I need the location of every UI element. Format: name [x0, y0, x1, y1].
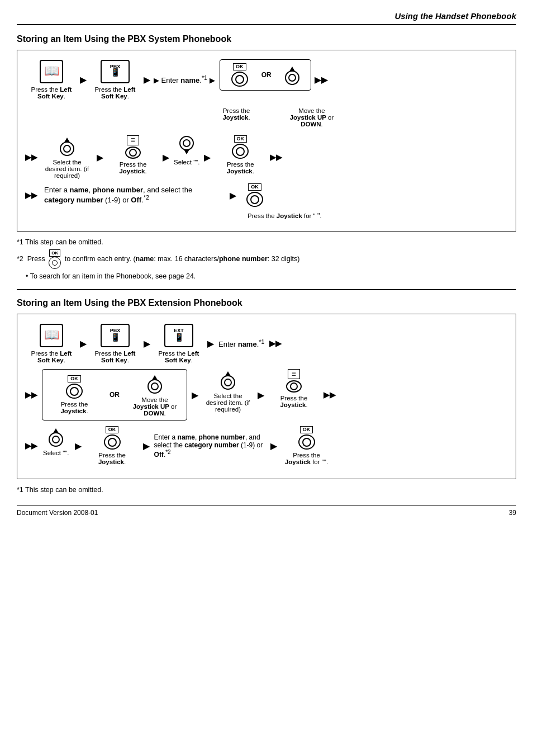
svg-text:📖: 📖 [44, 327, 60, 342]
section1-diagram: 📖 Press the Left Soft Key. ▶ PBX 📱 Press… [17, 50, 516, 231]
s2-ok-row3: OK Press the Joystick. [87, 426, 137, 465]
section2-footnotes: *1 This step can be omitted. [17, 486, 516, 494]
s2-menu-icon: ☰ Press the Joystick. [269, 369, 319, 408]
footnote2: *2 Press OK to confirm each entry. (name… [17, 249, 516, 269]
s2-bracket: OK Press the Joystick. OR Move the Joyst… [42, 369, 187, 420]
s2-row1: 📖 Press the Left Soft Key. ▶ PBX 📱 Press… [24, 323, 509, 363]
flow-row-1: 📖 Press the Left Soft Key. ▶ PBX 📱 Press… [24, 59, 509, 100]
step-phonebook-label: Press the Left Soft Key. [26, 86, 77, 100]
phonebook-icon: 📖 [39, 59, 64, 84]
step-joystick-up-1 [282, 64, 303, 86]
svg-point-7 [289, 74, 296, 81]
s2-step-phonebook: 📖 Press the Left Soft Key. [26, 323, 77, 363]
svg-point-30 [53, 436, 59, 443]
s2-pbx-icon: PBX 📱 [100, 323, 130, 348]
step-ok-2: OK Press the Joystick. [215, 135, 265, 174]
s2-phonebook-icon: 📖 [39, 323, 64, 348]
section-divider [17, 289, 516, 290]
bullet1: • To search for an item in the Phonebook… [26, 272, 516, 280]
section1-footnotes: *1 This step can be omitted. *2 Press OK… [17, 238, 516, 280]
arrow3: ▶▶ [315, 74, 328, 85]
flow-row-3: ▶▶ Enter a name, phone number, and selec… [24, 183, 509, 207]
s2-row2: ▶▶ OK Press the Joystick. OR [24, 369, 509, 420]
pbx-icon: PBX 📱 [100, 59, 130, 84]
step-pbx-label: Press the Left Soft Key. [90, 86, 140, 100]
s2-ok-final: OK Press the Joystick for "". [282, 426, 332, 465]
arrow1: ▶ [80, 74, 87, 85]
s2-joystick-up: Move the Joystick UP or DOWN. [130, 373, 180, 417]
step-ok-3: OK [243, 183, 266, 207]
or-text-1: OR [261, 71, 272, 79]
s2-joystick-row3-icon [45, 426, 66, 447]
page-header: Using the Handset Phonebook [17, 11, 516, 25]
svg-text:📱: 📱 [174, 333, 184, 342]
arrow2: ▶ [144, 74, 150, 85]
s2-step-pbx: PBX 📱 Press the Left Soft Key. [90, 323, 140, 363]
s2-joystick-select-icon [217, 369, 239, 390]
step-phonebook: 📖 Press the Left Soft Key. [26, 59, 77, 100]
svg-text:📱: 📱 [111, 68, 121, 77]
svg-text:📱: 📱 [111, 333, 121, 342]
svg-point-10 [64, 145, 70, 152]
section2-diagram: 📖 Press the Left Soft Key. ▶ PBX 📱 Press… [17, 314, 516, 479]
footnote1: *1 This step can be omitted. [17, 238, 516, 246]
joystick-up-icon [282, 64, 303, 86]
s2-step-ext: EXT 📱 Press the Left Soft Key. [154, 323, 204, 363]
step-pbx: PBX 📱 Press the Left Soft Key. [90, 59, 140, 100]
s2-ok-btn: OK Press the Joystick. [49, 375, 99, 414]
s2-ext-icon: EXT 📱 [164, 323, 194, 348]
footer-page: 39 [509, 509, 516, 517]
flow-row-2: ▶▶ Select the desired item. (if required… [24, 135, 509, 179]
step-ok-1: OK [228, 63, 251, 87]
step-menu: ☰ Press the Joystick. [108, 135, 158, 174]
svg-text:📖: 📖 [44, 63, 60, 78]
bracket-group-1: OK OR [220, 59, 311, 91]
step-joystick-down: Select "". [174, 135, 199, 166]
footer-version: Document Version 2008-01 [17, 509, 98, 517]
step-enter-name: ▶ Enter name.*1 ▶ [154, 74, 215, 84]
svg-point-27 [225, 379, 231, 386]
svg-point-24 [151, 383, 158, 390]
page-footer: Document Version 2008-01 39 [17, 505, 516, 517]
svg-point-13 [183, 140, 190, 147]
s2-row3: ▶▶ Select "". ▶ OK Press the Joystick. ▶… [24, 426, 509, 465]
row1-labels: Press the Joystick. Move the Joystick UP… [24, 107, 509, 127]
s2-joystick-row3: Select "". [43, 426, 69, 456]
joystick-down-icon [176, 135, 197, 157]
step-joystick-2: Select the desired item. (if required) [42, 135, 92, 179]
joystick-icon-2 [56, 135, 78, 157]
s2-footnote1: *1 This step can be omitted. [17, 486, 516, 494]
section2-title: Storing an Item Using the PBX Extension … [17, 298, 516, 308]
section1-title: Storing an Item Using the PBX System Pho… [17, 34, 516, 44]
s2-joystick-select: Select the desired item. (if required) [203, 369, 253, 413]
s2-joystick-up-icon [144, 373, 165, 394]
